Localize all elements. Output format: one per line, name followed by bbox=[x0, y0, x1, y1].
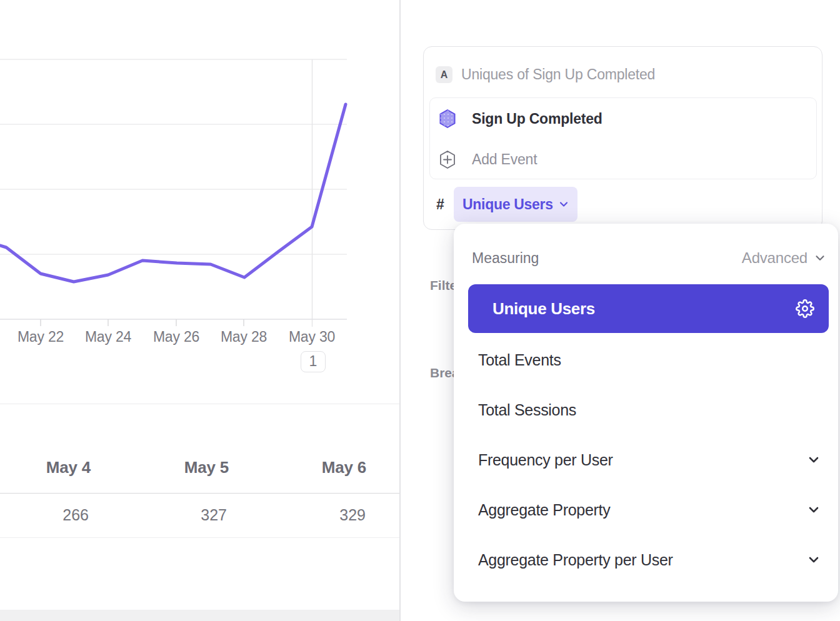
menu-item-total-sessions[interactable]: Total Sessions bbox=[454, 385, 838, 435]
chart-line-series-a bbox=[0, 104, 346, 282]
chevron-down-icon bbox=[806, 502, 821, 517]
chevron-down-icon bbox=[558, 198, 570, 211]
measuring-label: Measuring bbox=[472, 250, 539, 267]
x-axis-label: May 26 bbox=[142, 329, 211, 345]
chevron-down-icon bbox=[806, 552, 821, 567]
dropdown-header: Measuring Advanced bbox=[472, 242, 827, 274]
event-list-card: Sign Up Completed Add Event bbox=[429, 97, 817, 179]
table-header-cell: May 5 bbox=[91, 449, 229, 486]
menu-item-unique-users-selected[interactable]: Unique Users bbox=[468, 284, 829, 333]
table-value-cell: 327 bbox=[89, 496, 227, 534]
metric-query-card: A Uniques of Sign Up Completed Sign bbox=[423, 46, 822, 230]
menu-item-label: Total Events bbox=[478, 351, 838, 369]
event-hexagon-icon bbox=[439, 109, 456, 129]
menu-item-label: Total Sessions bbox=[478, 401, 838, 419]
table-value-cell: 329 bbox=[228, 496, 366, 534]
menu-item-aggregate-property-per-user[interactable]: Aggregate Property per User bbox=[454, 535, 838, 585]
series-letter-badge[interactable]: A bbox=[436, 66, 452, 83]
menu-item-label: Aggregate Property bbox=[478, 501, 806, 519]
measure-hash-label: # bbox=[436, 187, 444, 222]
menu-item-label: Frequency per User bbox=[478, 451, 806, 469]
chevron-down-icon bbox=[806, 452, 821, 467]
add-event-icon bbox=[439, 150, 456, 169]
table-header-cell: May 4 bbox=[0, 449, 91, 486]
gear-icon[interactable] bbox=[796, 299, 814, 318]
analytics-insights-screen: May 22 May 24 May 26 May 28 May 30 1 May… bbox=[0, 0, 840, 621]
horizontal-scrollbar-track[interactable] bbox=[0, 610, 399, 621]
measurement-row: # Unique Users bbox=[424, 187, 822, 222]
table-value-cell: 266 bbox=[0, 496, 89, 534]
table-header-cell: May 6 bbox=[229, 449, 366, 486]
event-row-sign-up-completed[interactable]: Sign Up Completed bbox=[430, 101, 816, 136]
menu-item-label: Unique Users bbox=[492, 299, 796, 319]
table-row-border bbox=[0, 537, 399, 538]
x-axis-label: May 30 bbox=[278, 329, 346, 345]
x-axis-label: May 28 bbox=[209, 329, 278, 345]
add-event-label: Add Event bbox=[472, 151, 537, 168]
measuring-dropdown-menu: Measuring Advanced Unique Users Total Ev… bbox=[454, 224, 838, 602]
x-axis-label: May 24 bbox=[74, 329, 142, 345]
series-number-badge[interactable]: 1 bbox=[301, 351, 326, 372]
menu-item-aggregate-property[interactable]: Aggregate Property bbox=[454, 485, 838, 535]
event-name: Sign Up Completed bbox=[472, 111, 602, 127]
menu-item-frequency-per-user[interactable]: Frequency per User bbox=[454, 435, 838, 485]
measure-selector-pill[interactable]: Unique Users bbox=[454, 187, 578, 222]
line-chart: May 22 May 24 May 26 May 28 May 30 1 bbox=[0, 0, 399, 387]
add-event-row[interactable]: Add Event bbox=[430, 142, 816, 177]
menu-item-total-events[interactable]: Total Events bbox=[454, 335, 838, 385]
x-axis-label: May 22 bbox=[6, 329, 75, 345]
advanced-mode-selector[interactable]: Advanced bbox=[742, 249, 827, 267]
table-top-border bbox=[0, 404, 399, 404]
table-header-border bbox=[0, 493, 399, 494]
measure-selector-value: Unique Users bbox=[462, 196, 553, 213]
menu-item-label: Aggregate Property per User bbox=[478, 551, 806, 569]
query-summary-label: Uniques of Sign Up Completed bbox=[461, 66, 655, 83]
chevron-down-icon bbox=[813, 251, 827, 265]
advanced-mode-value: Advanced bbox=[742, 249, 808, 267]
panel-divider bbox=[399, 0, 401, 621]
